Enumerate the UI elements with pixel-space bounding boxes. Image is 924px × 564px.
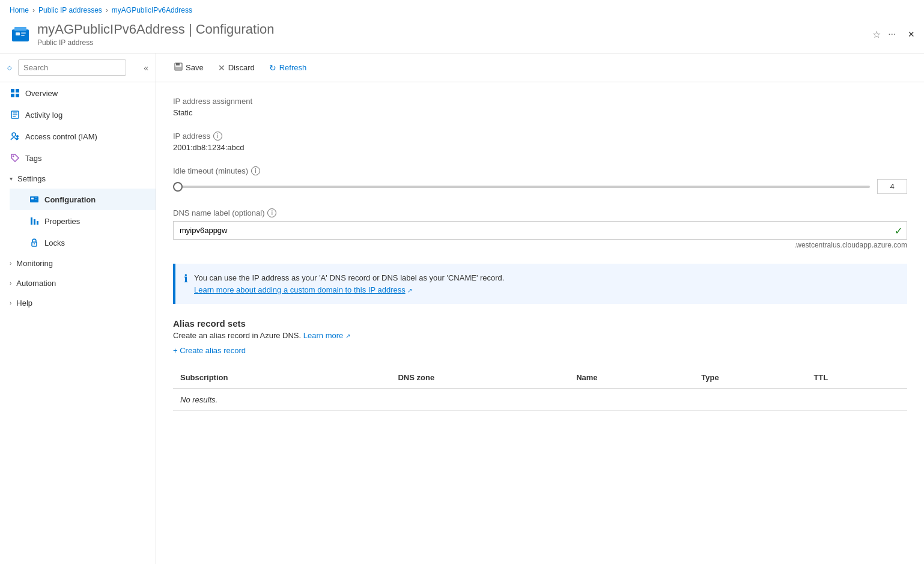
dns-info-icon[interactable]: i (267, 208, 276, 217)
svg-point-14 (16, 135, 19, 138)
no-results-text: No results. (173, 389, 907, 411)
external-link-icon: ↗ (407, 287, 412, 294)
ip-info-icon[interactable]: i (213, 132, 222, 141)
refresh-label: Refresh (279, 63, 307, 72)
sidebar-label-properties: Properties (44, 217, 80, 226)
refresh-icon: ↻ (269, 63, 276, 73)
svg-rect-2 (16, 32, 20, 35)
page-header: myAGPublicIPv6Address | Configuration Pu… (0, 18, 924, 53)
breadcrumb-public-ip[interactable]: Public IP addresses (38, 6, 102, 14)
close-button[interactable]: × (908, 28, 914, 41)
svg-rect-4 (21, 35, 25, 36)
save-button[interactable]: Save (168, 59, 210, 76)
sidebar: ◇ « Overview (0, 53, 156, 564)
svg-rect-20 (35, 198, 37, 198)
alias-title: Alias record sets (173, 318, 907, 329)
sidebar-item-access-control[interactable]: Access control (IAM) (0, 126, 156, 147)
svg-rect-21 (35, 199, 37, 199)
alias-table: Subscription DNS zone Name Type TTL No r… (173, 367, 907, 411)
svg-rect-29 (175, 67, 181, 70)
dns-input-wrapper: ✓ (173, 221, 907, 240)
sidebar-label-automation: Automation (16, 279, 56, 288)
save-label: Save (186, 63, 204, 72)
timeout-info-icon[interactable]: i (251, 166, 260, 175)
sidebar-section-help[interactable]: › Help (0, 293, 156, 313)
ip-address-label: IP address i (173, 132, 907, 141)
sidebar-item-tags[interactable]: Tags (0, 147, 156, 169)
svg-rect-1 (14, 27, 26, 31)
dns-suffix: .westcentralus.cloudapp.azure.com (173, 241, 907, 249)
col-type: Type (694, 367, 806, 389)
sidebar-label-locks: Locks (44, 238, 65, 247)
more-icon[interactable]: ··· (888, 29, 896, 40)
svg-rect-8 (16, 94, 19, 97)
info-circle-icon: ℹ (184, 272, 188, 296)
breadcrumb: Home › Public IP addresses › myAGPublicI… (0, 0, 924, 18)
discard-button[interactable]: ✕ Discard (212, 60, 261, 76)
sidebar-label-access-control: Access control (IAM) (25, 132, 97, 141)
resource-icon (10, 23, 31, 45)
idle-timeout-label: Idle timeout (minutes) i (173, 166, 907, 175)
idle-timeout-group: Idle timeout (minutes) i 4 (173, 166, 907, 194)
svg-rect-7 (11, 94, 14, 97)
sidebar-section-settings[interactable]: ▾ Settings (0, 169, 156, 189)
content-area: Save ✕ Discard ↻ Refresh IP address assi… (156, 53, 924, 564)
sidebar-item-overview[interactable]: Overview (0, 82, 156, 104)
sidebar-label-help: Help (16, 299, 32, 308)
learn-more-link[interactable]: Learn more about adding a custom domain … (194, 285, 406, 294)
ip-assignment-label: IP address assignment (173, 97, 907, 106)
table-header: Subscription DNS zone Name Type TTL (173, 367, 907, 389)
page-subtitle: Public IP address (37, 38, 866, 47)
svg-rect-28 (176, 63, 180, 65)
properties-icon (29, 216, 40, 226)
search-input[interactable] (18, 59, 126, 76)
idle-timeout-slider[interactable] (173, 186, 870, 188)
refresh-button[interactable]: ↻ Refresh (263, 60, 313, 76)
svg-rect-0 (12, 29, 29, 41)
chevron-right-icon: › (10, 260, 11, 267)
svg-rect-24 (37, 221, 38, 225)
svg-point-13 (12, 133, 16, 136)
idle-timeout-value: 4 (877, 179, 907, 194)
col-name: Name (569, 367, 694, 389)
ip-assignment-group: IP address assignment Static (173, 97, 907, 117)
favorite-icon[interactable]: ☆ (872, 29, 881, 40)
info-box-content: You can use the IP address as your 'A' D… (194, 272, 504, 296)
sidebar-item-locks[interactable]: Locks (10, 232, 156, 253)
alias-external-icon: ↗ (345, 333, 350, 339)
col-ttl: TTL (806, 367, 907, 389)
sidebar-section-monitoring[interactable]: › Monitoring (0, 253, 156, 273)
sidebar-label-tags: Tags (25, 154, 41, 163)
dns-check-icon: ✓ (895, 225, 902, 236)
save-icon (174, 62, 183, 73)
idle-timeout-slider-container: 4 (173, 179, 907, 194)
chevron-down-icon: ▾ (10, 175, 13, 182)
svg-rect-18 (30, 196, 38, 202)
sidebar-item-activity-log[interactable]: Activity log (0, 104, 156, 126)
breadcrumb-home[interactable]: Home (10, 6, 29, 14)
locks-icon (29, 237, 40, 248)
svg-point-26 (34, 243, 35, 244)
col-dns-zone: DNS zone (391, 367, 569, 389)
tags-icon (10, 153, 20, 163)
sidebar-section-automation[interactable]: › Automation (0, 273, 156, 293)
breadcrumb-resource[interactable]: myAGPublicIPv6Address (112, 6, 192, 14)
alias-learn-more-link[interactable]: Learn more (303, 331, 343, 340)
discard-icon: ✕ (218, 63, 225, 73)
sidebar-label-settings: Settings (17, 174, 46, 183)
create-alias-link[interactable]: + Create alias record (173, 346, 246, 355)
sidebar-item-configuration[interactable]: Configuration (10, 189, 156, 210)
col-subscription: Subscription (173, 367, 391, 389)
activity-log-icon (10, 109, 20, 120)
svg-rect-23 (34, 219, 35, 225)
table-body: No results. (173, 389, 907, 411)
alias-section: Alias record sets Create an alias record… (173, 318, 907, 411)
dns-name-input[interactable] (173, 221, 907, 240)
sidebar-label-activity-log: Activity log (25, 111, 62, 120)
collapse-button[interactable]: « (144, 63, 148, 73)
svg-rect-22 (31, 217, 32, 225)
svg-rect-5 (11, 89, 14, 92)
access-control-icon (10, 131, 20, 142)
sidebar-label-monitoring: Monitoring (16, 259, 53, 268)
sidebar-item-properties[interactable]: Properties (10, 210, 156, 232)
